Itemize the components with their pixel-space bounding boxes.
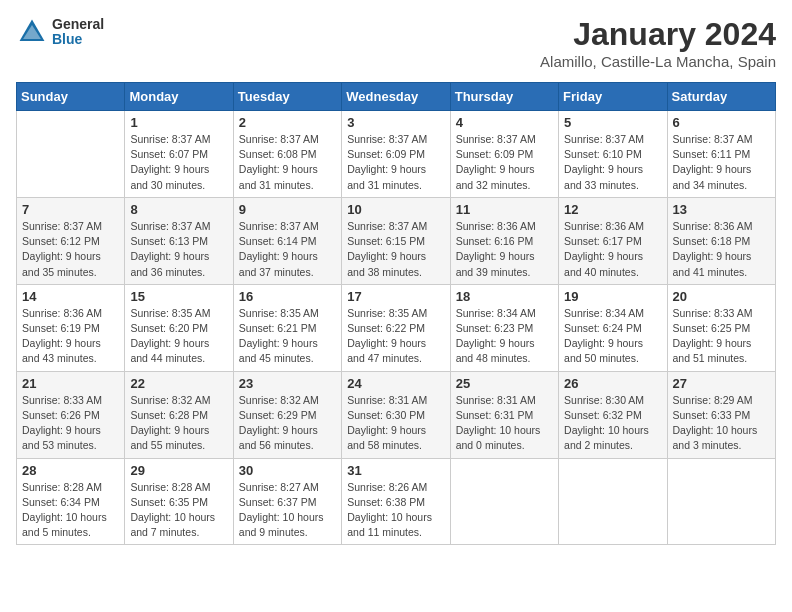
day-number: 16 <box>239 289 336 304</box>
day-number: 9 <box>239 202 336 217</box>
calendar-cell: 13Sunrise: 8:36 AMSunset: 6:18 PMDayligh… <box>667 197 775 284</box>
day-info: Sunrise: 8:34 AMSunset: 6:24 PMDaylight:… <box>564 306 661 367</box>
calendar-cell: 4Sunrise: 8:37 AMSunset: 6:09 PMDaylight… <box>450 111 558 198</box>
day-info: Sunrise: 8:37 AMSunset: 6:07 PMDaylight:… <box>130 132 227 193</box>
day-number: 8 <box>130 202 227 217</box>
day-info: Sunrise: 8:37 AMSunset: 6:09 PMDaylight:… <box>456 132 553 193</box>
day-number: 15 <box>130 289 227 304</box>
calendar-cell <box>667 458 775 545</box>
page-header: General Blue January 2024 Alamillo, Cast… <box>16 16 776 70</box>
calendar-cell: 5Sunrise: 8:37 AMSunset: 6:10 PMDaylight… <box>559 111 667 198</box>
day-number: 7 <box>22 202 119 217</box>
calendar-cell <box>559 458 667 545</box>
calendar-cell <box>450 458 558 545</box>
day-info: Sunrise: 8:30 AMSunset: 6:32 PMDaylight:… <box>564 393 661 454</box>
day-info: Sunrise: 8:34 AMSunset: 6:23 PMDaylight:… <box>456 306 553 367</box>
day-number: 21 <box>22 376 119 391</box>
calendar-cell: 9Sunrise: 8:37 AMSunset: 6:14 PMDaylight… <box>233 197 341 284</box>
calendar-week-row: 14Sunrise: 8:36 AMSunset: 6:19 PMDayligh… <box>17 284 776 371</box>
day-number: 30 <box>239 463 336 478</box>
day-number: 1 <box>130 115 227 130</box>
logo-general: General <box>52 17 104 32</box>
day-info: Sunrise: 8:36 AMSunset: 6:18 PMDaylight:… <box>673 219 770 280</box>
day-number: 4 <box>456 115 553 130</box>
calendar-cell: 16Sunrise: 8:35 AMSunset: 6:21 PMDayligh… <box>233 284 341 371</box>
calendar-cell: 2Sunrise: 8:37 AMSunset: 6:08 PMDaylight… <box>233 111 341 198</box>
day-number: 19 <box>564 289 661 304</box>
day-info: Sunrise: 8:33 AMSunset: 6:26 PMDaylight:… <box>22 393 119 454</box>
weekday-header: Saturday <box>667 83 775 111</box>
day-info: Sunrise: 8:32 AMSunset: 6:29 PMDaylight:… <box>239 393 336 454</box>
day-number: 18 <box>456 289 553 304</box>
calendar-cell <box>17 111 125 198</box>
day-info: Sunrise: 8:31 AMSunset: 6:31 PMDaylight:… <box>456 393 553 454</box>
day-info: Sunrise: 8:37 AMSunset: 6:12 PMDaylight:… <box>22 219 119 280</box>
day-number: 10 <box>347 202 444 217</box>
day-info: Sunrise: 8:37 AMSunset: 6:10 PMDaylight:… <box>564 132 661 193</box>
day-info: Sunrise: 8:29 AMSunset: 6:33 PMDaylight:… <box>673 393 770 454</box>
calendar-cell: 27Sunrise: 8:29 AMSunset: 6:33 PMDayligh… <box>667 371 775 458</box>
logo-text: General Blue <box>52 17 104 48</box>
calendar-cell: 8Sunrise: 8:37 AMSunset: 6:13 PMDaylight… <box>125 197 233 284</box>
weekday-header-row: SundayMondayTuesdayWednesdayThursdayFrid… <box>17 83 776 111</box>
day-info: Sunrise: 8:26 AMSunset: 6:38 PMDaylight:… <box>347 480 444 541</box>
calendar-week-row: 1Sunrise: 8:37 AMSunset: 6:07 PMDaylight… <box>17 111 776 198</box>
day-info: Sunrise: 8:28 AMSunset: 6:35 PMDaylight:… <box>130 480 227 541</box>
day-number: 31 <box>347 463 444 478</box>
calendar-cell: 30Sunrise: 8:27 AMSunset: 6:37 PMDayligh… <box>233 458 341 545</box>
day-info: Sunrise: 8:37 AMSunset: 6:11 PMDaylight:… <box>673 132 770 193</box>
day-number: 20 <box>673 289 770 304</box>
calendar-cell: 22Sunrise: 8:32 AMSunset: 6:28 PMDayligh… <box>125 371 233 458</box>
weekday-header: Wednesday <box>342 83 450 111</box>
logo-blue: Blue <box>52 32 104 47</box>
logo-icon <box>16 16 48 48</box>
day-number: 29 <box>130 463 227 478</box>
calendar-cell: 3Sunrise: 8:37 AMSunset: 6:09 PMDaylight… <box>342 111 450 198</box>
day-number: 5 <box>564 115 661 130</box>
day-number: 25 <box>456 376 553 391</box>
calendar-week-row: 28Sunrise: 8:28 AMSunset: 6:34 PMDayligh… <box>17 458 776 545</box>
day-number: 27 <box>673 376 770 391</box>
calendar-week-row: 21Sunrise: 8:33 AMSunset: 6:26 PMDayligh… <box>17 371 776 458</box>
calendar-cell: 11Sunrise: 8:36 AMSunset: 6:16 PMDayligh… <box>450 197 558 284</box>
calendar-week-row: 7Sunrise: 8:37 AMSunset: 6:12 PMDaylight… <box>17 197 776 284</box>
calendar-subtitle: Alamillo, Castille-La Mancha, Spain <box>540 53 776 70</box>
day-info: Sunrise: 8:36 AMSunset: 6:19 PMDaylight:… <box>22 306 119 367</box>
calendar-cell: 6Sunrise: 8:37 AMSunset: 6:11 PMDaylight… <box>667 111 775 198</box>
weekday-header: Friday <box>559 83 667 111</box>
day-info: Sunrise: 8:37 AMSunset: 6:08 PMDaylight:… <box>239 132 336 193</box>
weekday-header: Sunday <box>17 83 125 111</box>
day-number: 23 <box>239 376 336 391</box>
day-number: 28 <box>22 463 119 478</box>
calendar-cell: 21Sunrise: 8:33 AMSunset: 6:26 PMDayligh… <box>17 371 125 458</box>
calendar-header: SundayMondayTuesdayWednesdayThursdayFrid… <box>17 83 776 111</box>
calendar-table: SundayMondayTuesdayWednesdayThursdayFrid… <box>16 82 776 545</box>
calendar-cell: 23Sunrise: 8:32 AMSunset: 6:29 PMDayligh… <box>233 371 341 458</box>
day-number: 14 <box>22 289 119 304</box>
calendar-cell: 18Sunrise: 8:34 AMSunset: 6:23 PMDayligh… <box>450 284 558 371</box>
calendar-cell: 17Sunrise: 8:35 AMSunset: 6:22 PMDayligh… <box>342 284 450 371</box>
day-number: 3 <box>347 115 444 130</box>
day-number: 6 <box>673 115 770 130</box>
calendar-cell: 12Sunrise: 8:36 AMSunset: 6:17 PMDayligh… <box>559 197 667 284</box>
day-info: Sunrise: 8:32 AMSunset: 6:28 PMDaylight:… <box>130 393 227 454</box>
calendar-cell: 15Sunrise: 8:35 AMSunset: 6:20 PMDayligh… <box>125 284 233 371</box>
calendar-cell: 26Sunrise: 8:30 AMSunset: 6:32 PMDayligh… <box>559 371 667 458</box>
calendar-cell: 20Sunrise: 8:33 AMSunset: 6:25 PMDayligh… <box>667 284 775 371</box>
calendar-cell: 14Sunrise: 8:36 AMSunset: 6:19 PMDayligh… <box>17 284 125 371</box>
day-number: 2 <box>239 115 336 130</box>
day-info: Sunrise: 8:37 AMSunset: 6:09 PMDaylight:… <box>347 132 444 193</box>
day-info: Sunrise: 8:37 AMSunset: 6:14 PMDaylight:… <box>239 219 336 280</box>
weekday-header: Tuesday <box>233 83 341 111</box>
logo: General Blue <box>16 16 104 48</box>
calendar-cell: 19Sunrise: 8:34 AMSunset: 6:24 PMDayligh… <box>559 284 667 371</box>
day-info: Sunrise: 8:28 AMSunset: 6:34 PMDaylight:… <box>22 480 119 541</box>
calendar-cell: 1Sunrise: 8:37 AMSunset: 6:07 PMDaylight… <box>125 111 233 198</box>
day-info: Sunrise: 8:36 AMSunset: 6:17 PMDaylight:… <box>564 219 661 280</box>
day-number: 17 <box>347 289 444 304</box>
day-number: 22 <box>130 376 227 391</box>
title-block: January 2024 Alamillo, Castille-La Manch… <box>540 16 776 70</box>
weekday-header: Monday <box>125 83 233 111</box>
day-info: Sunrise: 8:35 AMSunset: 6:21 PMDaylight:… <box>239 306 336 367</box>
calendar-cell: 31Sunrise: 8:26 AMSunset: 6:38 PMDayligh… <box>342 458 450 545</box>
